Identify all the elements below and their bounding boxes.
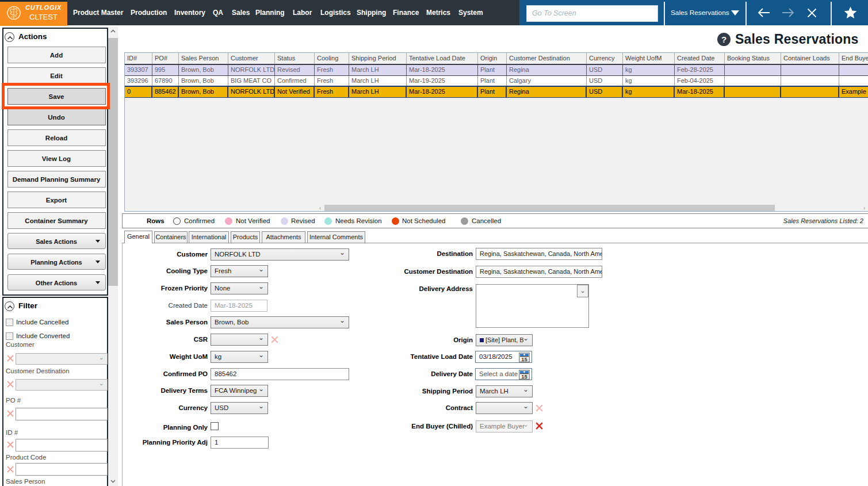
svg-text:15: 15 (521, 355, 527, 362)
svg-text:15: 15 (521, 373, 527, 379)
